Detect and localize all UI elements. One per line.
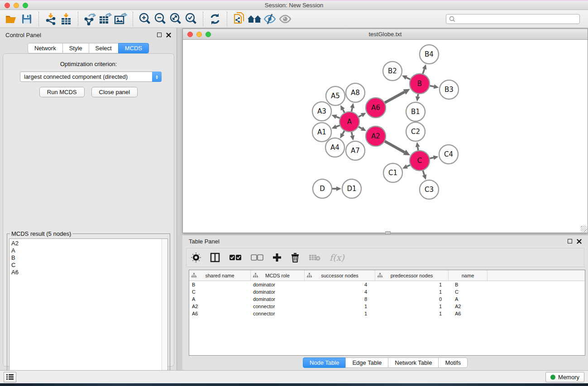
result-item[interactable]: A2 [11,240,160,247]
table-row[interactable]: A6connector11A6 [189,310,585,317]
table-cell[interactable]: 4 [305,288,375,295]
column-visibility-icon[interactable] [210,251,220,264]
table-cell[interactable]: B [449,281,488,288]
column-header-shared-name[interactable]: shared name [189,270,251,281]
table-cell[interactable]: A [189,295,251,303]
copy-style-icon[interactable] [231,11,247,27]
window-resize-grip[interactable] [581,226,587,232]
zoom-in-icon[interactable] [137,11,153,27]
graph-edge-A6-B[interactable] [385,92,404,103]
show-graphics-icon[interactable] [277,11,293,27]
network-canvas[interactable]: B4B2BB3A8A5A6B1A3AC2A1A2A4A7C4CC1DD1C3 [183,40,588,233]
graph-edge-A-A5[interactable] [343,110,344,113]
export-network-icon[interactable] [82,11,98,27]
table-row[interactable]: Bdominator41B [189,281,585,288]
table-cell[interactable]: 1 [375,303,449,310]
graph-edge-A-A1[interactable] [336,125,340,127]
table-float-icon[interactable] [568,239,572,243]
table-cell[interactable]: 1 [375,288,449,295]
save-session-icon[interactable] [19,11,34,27]
table-cell[interactable]: 8 [305,295,375,303]
network-window-titlebar[interactable]: testGlobe.txt [183,29,588,40]
export-image-icon[interactable] [113,11,129,27]
table-cell[interactable]: connector [251,303,305,310]
graph-edge-A-A8[interactable] [352,108,353,111]
deselect-all-icon[interactable] [251,251,263,264]
memory-button[interactable]: Memory [545,372,584,382]
zoom-fit-icon[interactable] [168,11,183,27]
tab-select[interactable]: Select [89,43,119,53]
graph-edge-A-A3[interactable] [336,117,340,118]
table-cell[interactable]: 1 [305,310,375,317]
optimization-criterion-dropdown[interactable]: largest connected component (directed) ▲… [20,71,162,82]
tab-network[interactable]: Network [28,43,63,53]
table-cell[interactable]: dominator [251,288,305,295]
table-row[interactable]: Adominator80A [189,295,585,303]
tab-style[interactable]: Style [62,43,89,53]
search-input[interactable] [455,16,577,22]
close-panel-icon[interactable] [166,33,171,38]
table-cell[interactable]: 1 [375,281,449,288]
function-builder-icon[interactable]: f(x) [330,251,344,264]
run-mcds-button[interactable]: Run MCDS [39,87,85,97]
import-network-icon[interactable] [43,11,58,27]
table-cell[interactable]: C [449,288,488,295]
column-header-MCDS-role[interactable]: MCDS role [251,270,305,281]
select-all-icon[interactable] [229,251,242,264]
zoom-selected-icon[interactable] [183,11,199,27]
tab-mcds[interactable]: MCDS [118,43,149,53]
graph-edge-A-A6[interactable] [359,115,362,117]
result-item[interactable]: A6 [11,269,160,276]
table-cell[interactable]: dominator [251,281,305,288]
table-cell[interactable]: A6 [189,310,251,317]
table-close-icon[interactable] [577,239,582,244]
graph-edge-C-C3[interactable] [423,171,424,175]
search-field[interactable] [446,14,580,24]
tab-network-table[interactable]: Network Table [388,357,439,368]
graph-edge-A-A7[interactable] [352,132,353,136]
table-cell[interactable]: 1 [305,303,375,310]
table-cell[interactable]: A2 [189,303,251,310]
table-cell[interactable]: A2 [449,303,488,310]
window-resize-handle[interactable] [385,231,391,234]
result-item[interactable]: A [11,247,160,254]
column-header-successor-nodes[interactable]: successor nodes [305,270,375,281]
graph-edge-A-A2[interactable] [359,127,362,129]
float-panel-icon[interactable] [157,33,162,37]
table-cell[interactable]: A6 [449,310,488,317]
column-header-predecessor-nodes[interactable]: predecessor nodes [375,270,449,281]
graph-edge-B-B4[interactable] [423,69,424,74]
table-cell[interactable]: C [189,288,251,295]
graph-edge-C-C2[interactable] [418,147,418,151]
table-cell[interactable]: 4 [305,281,375,288]
tab-node-table[interactable]: Node Table [303,357,346,368]
import-table-icon[interactable] [58,11,74,27]
delete-table-icon[interactable] [309,251,320,264]
graph-edge-B-B2[interactable] [406,77,410,79]
table-cell[interactable]: dominator [251,295,305,303]
graph-edge-B-B1[interactable] [418,94,418,97]
hide-graphics-icon[interactable] [262,11,277,27]
column-header-name[interactable]: name [449,270,488,281]
home-view-icon[interactable] [247,11,262,27]
result-item[interactable]: C [11,262,160,269]
graph-edge-C-C1[interactable] [407,165,410,167]
open-session-icon[interactable] [4,11,19,27]
graph-edge-A2-C[interactable] [385,141,405,152]
add-column-icon[interactable] [272,251,282,264]
graph-edge-B-B3[interactable] [430,86,434,87]
settings-gear-icon[interactable] [191,251,201,264]
graph-edge-A-A4[interactable] [343,131,344,134]
tab-edge-table[interactable]: Edge Table [345,357,388,368]
graph-edge-C-C4[interactable] [430,157,433,158]
table-cell[interactable]: B [189,281,251,288]
zoom-out-icon[interactable] [153,11,168,27]
table-cell[interactable]: 1 [375,310,449,317]
task-history-button[interactable] [4,372,16,382]
table-row[interactable]: Cdominator41C [189,288,585,295]
table-cell[interactable]: A [449,295,488,303]
table-cell[interactable]: connector [251,310,305,317]
table-row[interactable]: A2connector11A2 [189,303,585,310]
delete-column-icon[interactable] [291,251,300,264]
result-item[interactable]: B [11,254,160,262]
